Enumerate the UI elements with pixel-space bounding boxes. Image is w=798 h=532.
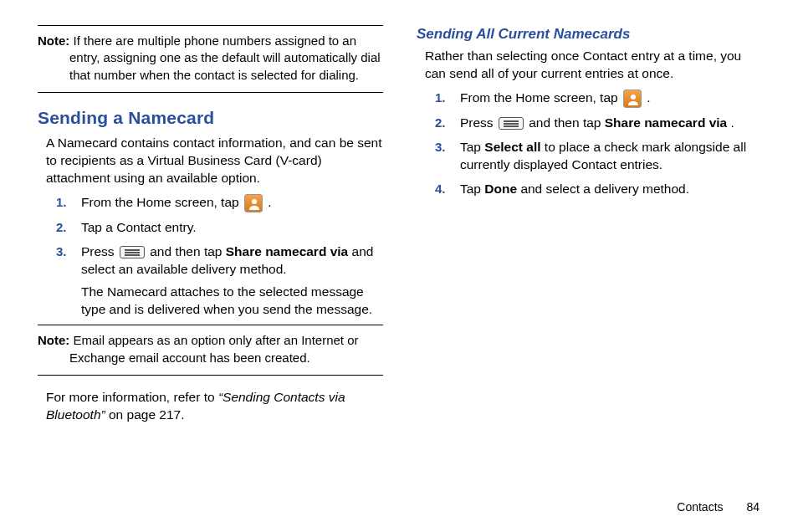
step-number: 4. bbox=[435, 181, 446, 197]
intro-paragraph: Rather than selecting once Contact entry… bbox=[425, 48, 762, 83]
note-label: Note: bbox=[38, 333, 69, 347]
step-item: 4. Tap Done and select a delivery method… bbox=[417, 181, 762, 198]
step-text: and select a delivery method. bbox=[520, 182, 689, 196]
step-number: 1. bbox=[435, 90, 446, 106]
step-number: 2. bbox=[56, 219, 67, 236]
intro-paragraph: A Namecard contains contact information,… bbox=[46, 135, 383, 187]
ref-pre: For more information, refer to bbox=[46, 390, 218, 404]
page-columns: Note: If there are multiple phone number… bbox=[0, 0, 798, 431]
note-block-2: Note: Email appears as an option only af… bbox=[38, 325, 383, 376]
step-text: . bbox=[268, 195, 271, 209]
step-text: Press bbox=[460, 115, 497, 130]
step-item: 1. From the Home screen, tap . bbox=[38, 194, 383, 212]
left-column: Note: If there are multiple phone number… bbox=[38, 25, 383, 431]
step-bold: Done bbox=[484, 182, 517, 196]
reference-paragraph: For more information, refer to “Sending … bbox=[46, 389, 383, 424]
step-item: 3. Tap Select all to place a check mark … bbox=[417, 139, 762, 174]
right-column: Sending All Current Namecards Rather tha… bbox=[417, 25, 762, 431]
step-item: 2. Press and then tap Share namecard via… bbox=[417, 115, 762, 132]
footer-section: Contacts bbox=[677, 500, 723, 514]
step-text: From the Home screen, tap bbox=[81, 195, 243, 209]
step-text: From the Home screen, tap bbox=[460, 90, 622, 105]
svg-point-1 bbox=[631, 95, 636, 100]
step-bold: Share namecard via bbox=[605, 115, 727, 130]
step-number: 3. bbox=[435, 139, 446, 156]
note-text: If there are multiple phone numbers assi… bbox=[69, 33, 381, 82]
step-text: Tap a Contact entry. bbox=[81, 219, 383, 237]
step-text: . bbox=[647, 90, 650, 105]
step-text: Tap bbox=[460, 182, 484, 196]
step-number: 2. bbox=[435, 115, 446, 131]
step-bold: Select all bbox=[484, 140, 540, 154]
note-label: Note: bbox=[38, 33, 69, 48]
footer-page-number: 84 bbox=[746, 500, 760, 514]
steps-list-left: 1. From the Home screen, tap . 2. Tap a … bbox=[38, 194, 383, 319]
step-text: Press bbox=[81, 244, 118, 258]
heading-sending-namecard: Sending a Namecard bbox=[38, 106, 383, 130]
step-extra-text: The Namecard attaches to the selected me… bbox=[81, 284, 383, 319]
step-text: Tap bbox=[460, 140, 484, 154]
step-number: 1. bbox=[56, 194, 67, 211]
page-footer: Contacts 84 bbox=[677, 499, 760, 515]
step-text: and then tap bbox=[150, 244, 226, 258]
step-text: and then tap bbox=[529, 115, 605, 130]
step-number: 3. bbox=[56, 243, 67, 260]
note-text: Email appears as an option only after an… bbox=[69, 333, 359, 364]
heading-sending-all-namecards: Sending All Current Namecards bbox=[417, 25, 762, 44]
step-item: 3. Press and then tap Share namecard via… bbox=[38, 243, 383, 319]
contacts-icon bbox=[244, 194, 263, 212]
steps-list-right: 1. From the Home screen, tap . 2. Press … bbox=[417, 90, 762, 198]
menu-icon bbox=[120, 246, 145, 258]
step-text: . bbox=[731, 115, 734, 130]
svg-point-0 bbox=[252, 199, 257, 204]
step-bold: Share namecard via bbox=[226, 244, 348, 258]
step-item: 1. From the Home screen, tap . bbox=[417, 90, 762, 108]
ref-post: on page 217. bbox=[109, 407, 185, 422]
note-block-1: Note: If there are multiple phone number… bbox=[38, 25, 383, 93]
menu-icon bbox=[499, 117, 524, 130]
contacts-icon bbox=[623, 90, 642, 108]
step-item: 2. Tap a Contact entry. bbox=[38, 219, 383, 237]
